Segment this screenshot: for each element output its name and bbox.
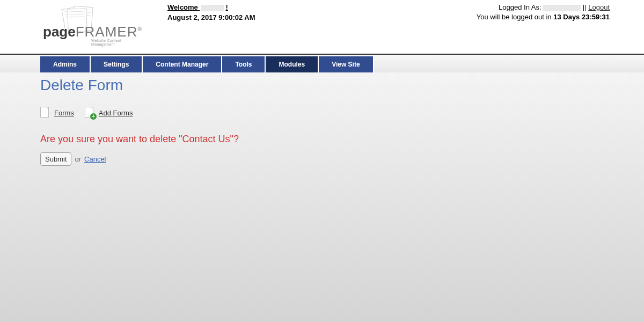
cancel-link[interactable]: Cancel	[84, 155, 106, 163]
page-title: Delete Form	[40, 77, 644, 94]
logo: pageFRAMER® Website Content Management	[43, 2, 150, 54]
content-area: Delete Form Forms + Add Forms Are you su…	[0, 72, 644, 322]
breadcrumb: Forms + Add Forms	[40, 107, 644, 119]
welcome-username: xxxx	[201, 5, 224, 11]
current-date: August 2, 2017 9:00:02 AM	[167, 13, 477, 21]
logged-in-username: xxxxxxx	[543, 5, 581, 11]
add-forms-link[interactable]: Add Forms	[99, 109, 133, 117]
logged-in-line: Logged In As: xxxxxxx || Logout	[477, 3, 610, 11]
nav-modules[interactable]: Modules	[266, 56, 319, 72]
document-add-icon: +	[85, 107, 94, 119]
submit-button[interactable]: Submit	[40, 152, 71, 166]
header-right: Logged In As: xxxxxxx || Logout You will…	[477, 2, 610, 54]
header-center: Welcome xxxx! August 2, 2017 9:00:02 AM	[150, 2, 477, 54]
logo-tagline: Website Content Management	[91, 39, 134, 46]
header: pageFRAMER® Website Content Management W…	[0, 0, 644, 54]
action-row: Submit or Cancel	[40, 152, 644, 166]
logout-link[interactable]: Logout	[588, 3, 610, 11]
forms-link[interactable]: Forms	[54, 109, 74, 117]
document-icon	[40, 107, 50, 119]
or-label: or	[75, 155, 81, 163]
breadcrumb-forms[interactable]: Forms	[40, 107, 74, 119]
nav-view-site[interactable]: View Site	[319, 56, 374, 72]
plus-badge-icon: +	[90, 113, 97, 120]
nav-bar: Admins Settings Content Manager Tools Mo…	[0, 54, 644, 72]
nav-content-manager[interactable]: Content Manager	[143, 56, 222, 72]
nav-settings[interactable]: Settings	[91, 56, 143, 72]
breadcrumb-add-forms[interactable]: + Add Forms	[85, 107, 133, 119]
logo-text: pageFRAMER®	[43, 24, 142, 40]
nav-tools[interactable]: Tools	[222, 56, 266, 72]
welcome-text: Welcome xxxx!	[167, 3, 477, 11]
session-countdown: You will be logged out in 13 Days 23:59:…	[477, 13, 610, 21]
nav-admins[interactable]: Admins	[40, 56, 91, 72]
confirm-message: Are you sure you want to delete "Contact…	[40, 134, 644, 145]
